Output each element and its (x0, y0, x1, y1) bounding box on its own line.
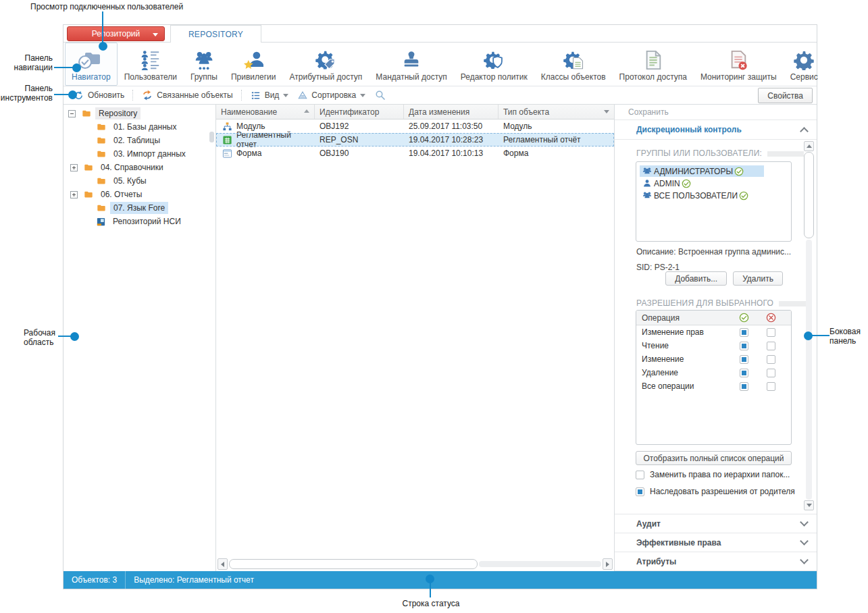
deny-checkbox[interactable] (767, 382, 775, 391)
section-attributes[interactable]: Атрибуты (615, 552, 817, 571)
callout-dot-nav (72, 63, 81, 72)
scroll-right-button[interactable] (603, 558, 613, 570)
tree-item-databases[interactable]: 01. Базы данных (63, 120, 215, 134)
section-discretionary-control[interactable]: Дискреционный контроль (615, 120, 817, 140)
replace-rights-option[interactable]: Заменить права по иерархии папок... (636, 470, 790, 479)
search-button[interactable] (370, 90, 390, 101)
repository-menu-button[interactable]: Репозиторий (67, 26, 165, 41)
column-header-object-type[interactable]: Тип объекта (499, 105, 614, 119)
refresh-button[interactable]: Обновить (69, 90, 129, 101)
tree-scrollbar-thumb[interactable] (209, 132, 214, 142)
sort-dropdown[interactable]: Сортировка (293, 90, 370, 100)
list-item-administrators[interactable]: АДМИНИСТРАТОРЫ (640, 165, 764, 177)
related-objects-button[interactable]: Связанные объекты (137, 90, 237, 101)
groups-users-label: ГРУППЫ ИЛИ ПОЛЬЗОВАТЕЛИ: (636, 149, 804, 158)
list-item-admin[interactable]: ADMIN (640, 178, 788, 189)
chevron-down-icon (360, 94, 365, 97)
column-header-modified-date[interactable]: Дата изменения (404, 105, 499, 119)
permission-row[interactable]: Изменение (636, 352, 791, 366)
column-menu-icon[interactable] (604, 110, 609, 113)
ribbon-item-label: Сервис (790, 72, 818, 82)
tree-item-dictionaries[interactable]: 04. Справочники (63, 161, 215, 174)
replace-rights-checkbox[interactable] (636, 471, 644, 479)
regular-report-icon (222, 135, 232, 145)
allow-checkbox[interactable] (740, 342, 748, 350)
expand-icon[interactable] (70, 191, 78, 198)
permission-row[interactable]: Чтение (636, 339, 791, 352)
tab-repository[interactable]: REPOSITORY (170, 25, 261, 43)
permission-row[interactable]: Удаление (636, 366, 791, 379)
scroll-left-button[interactable] (218, 558, 228, 570)
tree-item-tables[interactable]: 02. Таблицы (63, 134, 215, 147)
allow-checkbox[interactable] (740, 382, 748, 391)
section-title: Эффективные права (636, 538, 721, 548)
inherit-permissions-checkbox[interactable] (636, 487, 644, 496)
group-description: Описание: Встроенная группа админис... (636, 247, 791, 257)
collapse-icon[interactable] (68, 110, 76, 117)
security-monitoring-icon (728, 50, 748, 70)
related-objects-icon (142, 90, 153, 101)
mandatory-access-icon (401, 50, 422, 70)
group-icon (642, 191, 652, 200)
ribbon-item-object-classes[interactable]: Классы объектов (534, 43, 613, 86)
tree-item-nsi-repository[interactable]: Репозиторий НСИ (63, 215, 215, 228)
expand-icon[interactable] (70, 164, 78, 171)
ribbon-item-groups[interactable]: Группы (184, 43, 224, 86)
deny-checkbox[interactable] (767, 369, 775, 377)
ribbon-item-service[interactable]: Сервис (784, 43, 825, 86)
sidebar-vertical-scrollbar[interactable] (804, 141, 814, 510)
ribbon-item-users[interactable]: Пользователи (118, 43, 184, 86)
ribbon-item-security-monitoring[interactable]: Мониторинг защиты (694, 43, 784, 86)
status-separator (125, 571, 126, 589)
section-audit[interactable]: Аудит (615, 514, 817, 533)
scrollbar-thumb[interactable] (804, 152, 814, 238)
callout-connected-users: Просмотр подключенных пользователей (30, 3, 183, 12)
ribbon-item-access-log[interactable]: Протокол доступа (613, 43, 694, 86)
column-header-name[interactable]: Наименование (216, 105, 315, 119)
tree-item-reports[interactable]: 06. Отчеты (63, 188, 215, 201)
list-item-all-users[interactable]: ВСЕ ПОЛЬЗОВАТЕЛИ (640, 190, 788, 201)
ribbon-item-mandatory-access[interactable]: Мандатный доступ (369, 43, 453, 86)
callout-line-tools (54, 94, 69, 95)
tree-item-fore-language[interactable]: 07. Язык Fore (63, 201, 215, 215)
view-label: Вид (265, 90, 280, 100)
column-header-identifier[interactable]: Идентификатор (315, 105, 404, 119)
deny-checkbox[interactable] (767, 355, 775, 364)
tree-item-repository-root[interactable]: Repository (63, 107, 215, 120)
scrollbar-thumb[interactable] (229, 559, 478, 569)
navigator-icon (79, 49, 103, 70)
allow-checkbox[interactable] (740, 328, 748, 337)
view-dropdown[interactable]: Вид (246, 90, 294, 101)
deny-checkbox[interactable] (767, 342, 775, 350)
save-button[interactable]: Сохранить (615, 105, 817, 120)
ribbon-item-label: Навигатор (72, 72, 111, 82)
permissions-label: РАЗРЕШЕНИЯ ДЛЯ ВЫБРАННОГО (636, 298, 809, 308)
scrollbar-track[interactable] (479, 561, 601, 567)
scrollbar-track[interactable] (806, 240, 812, 500)
show-full-operations-button[interactable]: Отобразить полный список операций (636, 451, 792, 465)
ribbon-item-navigator[interactable]: Навигатор (65, 43, 118, 86)
permission-row[interactable]: Изменение прав (636, 325, 791, 339)
table-row-regular-report[interactable]: Регламентный отчет REP_OSN 19.04.2017 10… (216, 133, 614, 146)
add-button[interactable]: Добавить... (665, 271, 727, 286)
tree-item-cubes[interactable]: 05. Кубы (63, 174, 215, 188)
tree-item-import[interactable]: 03. Импорт данных (63, 147, 215, 161)
groups-users-list[interactable]: АДМИНИСТРАТОРЫ ADMIN ВСЕ ПОЛЬЗОВАТЕЛИ (636, 161, 792, 242)
ribbon-item-label: Привилегии (231, 72, 276, 82)
scroll-up-button[interactable] (804, 141, 814, 151)
inherit-permissions-option[interactable]: Наследовать разрешения от родителя (636, 487, 795, 496)
horizontal-scrollbar[interactable] (218, 558, 613, 570)
table-row-form[interactable]: Форма OBJ190 19.04.2017 10:10:13 Форма (216, 146, 614, 160)
delete-button[interactable]: Удалить (733, 271, 783, 286)
callout-line-work (58, 336, 72, 337)
allow-checkbox[interactable] (740, 355, 748, 364)
properties-button[interactable]: Свойства (758, 88, 813, 103)
permission-row[interactable]: Все операции (636, 379, 791, 393)
deny-checkbox[interactable] (767, 328, 775, 337)
allow-checkbox[interactable] (740, 369, 748, 377)
ribbon-item-policy-editor[interactable]: Редактор политик (454, 43, 534, 86)
ribbon-item-attribute-access[interactable]: Атрибутный доступ (283, 43, 369, 86)
scroll-down-button[interactable] (804, 500, 814, 510)
section-effective-rights[interactable]: Эффективные права (615, 533, 817, 552)
ribbon-item-privileges[interactable]: Привилегии (224, 43, 283, 86)
